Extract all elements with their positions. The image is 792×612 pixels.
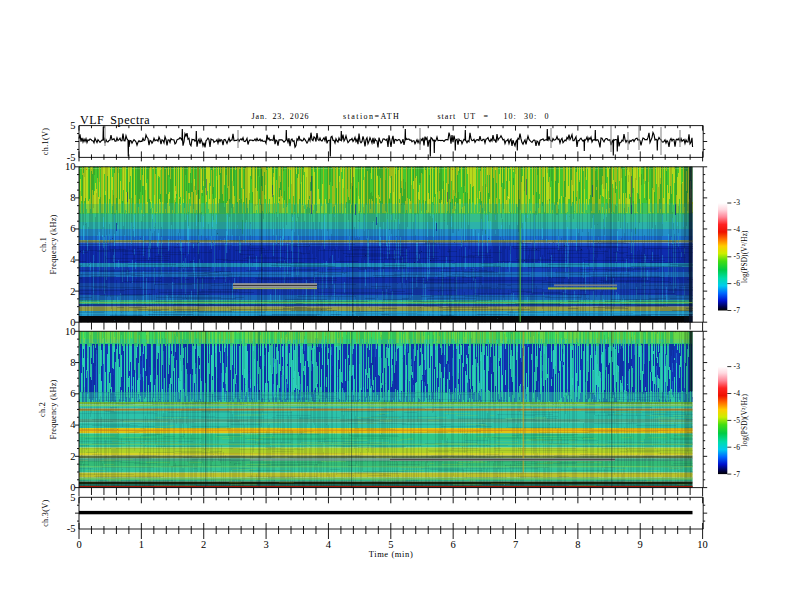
svg-text:3: 3 <box>263 539 268 550</box>
svg-text:-3: -3 <box>734 362 741 371</box>
svg-text:log(PSD)(V²/Hz): log(PSD)(V²/Hz) <box>741 394 749 447</box>
svg-text:5: 5 <box>70 120 75 131</box>
svg-text:10: 10 <box>697 539 708 550</box>
svg-text:Frequency (kHz): Frequency (kHz) <box>49 379 58 439</box>
svg-text:7: 7 <box>513 539 518 550</box>
svg-text:-7: -7 <box>734 306 741 315</box>
svg-text:2: 2 <box>70 286 75 297</box>
svg-text:-5: -5 <box>734 416 741 425</box>
svg-text:10: 10 <box>65 326 76 337</box>
svg-text:ch.1(V): ch.1(V) <box>41 128 50 155</box>
svg-text:Jan. 23, 2026: Jan. 23, 2026 <box>252 112 310 121</box>
svg-text:log(PSD)(V²/Hz): log(PSD)(V²/Hz) <box>741 230 749 283</box>
svg-text:10: 10 <box>65 161 76 172</box>
svg-text:station=ATH: station=ATH <box>343 112 400 121</box>
svg-text:4: 4 <box>70 254 76 265</box>
svg-text:-4: -4 <box>734 389 741 398</box>
svg-text:0: 0 <box>76 539 81 550</box>
svg-text:5: 5 <box>70 492 75 503</box>
svg-text:4: 4 <box>70 419 76 430</box>
svg-text:VLF Spectra: VLF Spectra <box>80 113 150 127</box>
svg-text:Frequency (kHz): Frequency (kHz) <box>49 214 58 274</box>
svg-text:1: 1 <box>139 539 144 550</box>
svg-text:-3: -3 <box>734 198 741 207</box>
svg-text:-5: -5 <box>67 523 76 534</box>
svg-text:ch.1: ch.1 <box>39 237 48 252</box>
svg-text:9: 9 <box>638 539 643 550</box>
svg-text:ch.2: ch.2 <box>39 402 48 417</box>
svg-text:-6: -6 <box>734 443 741 452</box>
svg-text:8: 8 <box>575 539 580 550</box>
svg-text:6: 6 <box>70 388 75 399</box>
svg-text:2: 2 <box>70 451 75 462</box>
svg-text:-4: -4 <box>734 225 741 234</box>
svg-text:4: 4 <box>326 539 332 550</box>
svg-text:2: 2 <box>201 539 206 550</box>
svg-text:start UT = 10: 30: 0: start UT = 10: 30: 0 <box>438 112 550 121</box>
svg-text:Time (min): Time (min) <box>369 549 414 559</box>
svg-text:8: 8 <box>70 357 75 368</box>
svg-text:ch.3(V): ch.3(V) <box>41 499 50 526</box>
svg-text:0: 0 <box>70 482 75 493</box>
svg-text:8: 8 <box>70 192 75 203</box>
svg-text:-7: -7 <box>734 470 741 479</box>
svg-text:6: 6 <box>451 539 456 550</box>
svg-text:6: 6 <box>70 223 75 234</box>
svg-text:-6: -6 <box>734 279 741 288</box>
svg-text:-5: -5 <box>734 252 741 261</box>
